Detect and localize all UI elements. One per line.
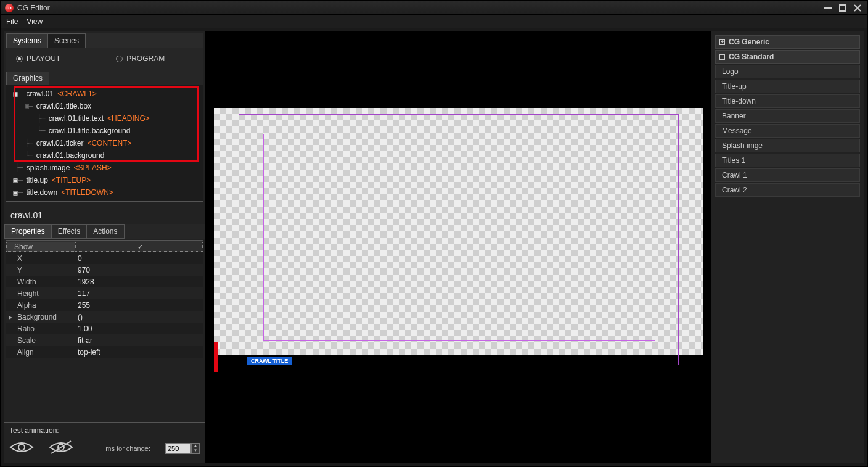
minimize-button[interactable]: [822, 4, 833, 12]
check-icon: [137, 242, 144, 249]
tree-item-ticker[interactable]: ├─ crawl.01.ticker <CONTENT>: [6, 137, 203, 149]
prop-scale-value[interactable]: fit-ar: [75, 336, 203, 345]
prop-show-value[interactable]: [75, 242, 203, 252]
title-bar: cx CG Editor: [1, 1, 867, 15]
prop-y-value[interactable]: 970: [75, 266, 203, 275]
preset-title-up[interactable]: Title-up: [715, 80, 860, 93]
prop-x-key: X: [6, 254, 75, 263]
eye-show-icon[interactable]: [9, 440, 34, 457]
tab-scenes[interactable]: Scenes: [47, 33, 86, 48]
tree-item-titlebg[interactable]: └─ crawl.01.title.background: [6, 125, 203, 137]
tree-item-splash[interactable]: ├─ splash.image <SPLASH>: [6, 162, 203, 174]
ms-spinner[interactable]: ▲▼: [191, 443, 200, 454]
tab-actions[interactable]: Actions: [86, 224, 124, 239]
prop-y-key: Y: [6, 266, 75, 275]
menu-view[interactable]: View: [27, 17, 43, 26]
selection-handle[interactable]: [214, 342, 218, 372]
graphics-tree: ▣ — crawl.01 <CRAWL1> ▣— crawl.01.title.…: [6, 85, 203, 201]
prop-x-value[interactable]: 0: [75, 254, 203, 263]
close-button[interactable]: [852, 4, 863, 12]
prop-bg-value[interactable]: (): [75, 313, 203, 321]
preset-logo[interactable]: Logo: [715, 65, 860, 78]
preset-banner[interactable]: Banner: [715, 109, 860, 123]
prop-align-key: Align: [6, 348, 75, 357]
chevron-right-icon[interactable]: ▸: [6, 313, 15, 321]
tab-graphics[interactable]: Graphics: [6, 72, 49, 85]
preset-splash[interactable]: Splash imge: [715, 139, 860, 152]
canvas-area[interactable]: CRAWL TITLE: [205, 31, 711, 463]
group-cg-generic[interactable]: CG Generic: [715, 35, 860, 49]
test-animation-panel: Test animation: ms for change: ▲▼: [4, 422, 205, 463]
ms-input[interactable]: [165, 443, 191, 454]
prop-align-value[interactable]: top-left: [75, 348, 203, 357]
plus-icon: [719, 39, 725, 45]
prop-ratio-value[interactable]: 1.00: [75, 324, 203, 333]
preset-title-down[interactable]: Title-down: [715, 94, 860, 108]
expand-icon[interactable]: ▣: [12, 176, 18, 184]
left-panel: Systems Scenes PLAYOUT PROGRAM Graphics …: [4, 31, 205, 463]
preset-titles1[interactable]: Titles 1: [715, 154, 860, 167]
safe-area-inner: [263, 134, 655, 341]
radio-playout-label: PLAYOUT: [27, 54, 60, 63]
svg-rect-1: [840, 5, 846, 11]
menu-bar: File View: [1, 15, 867, 28]
prop-show-key: Show: [6, 242, 75, 252]
tree-item-crawl01[interactable]: ▣ — crawl.01 <CRAWL1>: [6, 88, 203, 100]
radio-program[interactable]: PROGRAM: [116, 54, 165, 63]
test-animation-title: Test animation:: [9, 426, 200, 435]
svg-point-4: [18, 444, 25, 450]
tree-item-titlebox[interactable]: ▣— crawl.01.title.box: [6, 100, 203, 112]
tab-effects[interactable]: Effects: [51, 224, 87, 239]
ms-label: ms for change:: [105, 445, 150, 452]
prop-width-key: Width: [6, 278, 75, 286]
radio-playout[interactable]: PLAYOUT: [16, 54, 60, 63]
expand-icon[interactable]: ▣: [12, 188, 18, 197]
prop-scale-key: Scale: [6, 336, 75, 345]
tab-systems[interactable]: Systems: [6, 33, 48, 48]
prop-height-value[interactable]: 117: [75, 289, 203, 298]
tree-item-titletext[interactable]: ├─ crawl.01.title.text <HEADING>: [6, 112, 203, 125]
eye-hide-icon[interactable]: [49, 440, 73, 457]
window-title: CG Editor: [17, 4, 50, 12]
chevron-up-icon[interactable]: ▲: [192, 444, 199, 448]
properties-table: Show X0 Y970 Width1928 Height117 Alpha25…: [6, 240, 203, 395]
tree-item-titledown[interactable]: ▣ — title.down <TITLEDOWN>: [6, 186, 203, 199]
app-icon: cx: [5, 4, 14, 12]
svg-rect-0: [824, 7, 832, 9]
prop-bg-key: Background: [15, 313, 75, 321]
minus-icon: [719, 54, 725, 60]
maximize-button[interactable]: [837, 4, 848, 12]
prop-height-key: Height: [6, 289, 75, 298]
prop-alpha-value[interactable]: 255: [75, 301, 203, 310]
selected-node-label: crawl.01: [4, 203, 205, 224]
chevron-down-icon[interactable]: ▼: [192, 448, 199, 453]
expand-icon[interactable]: ▣: [12, 89, 18, 98]
prop-width-value[interactable]: 1928: [75, 278, 203, 286]
tree-item-crawlbg[interactable]: └─ crawl.01.background: [6, 149, 203, 162]
preset-crawl2[interactable]: Crawl 2: [715, 183, 860, 197]
right-panel: CG Generic CG Standard Logo Title-up Tit…: [711, 31, 864, 463]
prop-alpha-key: Alpha: [6, 301, 75, 310]
tab-properties[interactable]: Properties: [4, 224, 52, 239]
preset-crawl1[interactable]: Crawl 1: [715, 168, 860, 182]
preset-message[interactable]: Message: [715, 124, 860, 138]
radio-program-label: PROGRAM: [126, 54, 165, 63]
tree-item-titleup[interactable]: ▣ — title.up <TITLEUP>: [6, 174, 203, 186]
menu-file[interactable]: File: [6, 17, 18, 26]
prop-ratio-key: Ratio: [6, 324, 75, 333]
group-cg-standard[interactable]: CG Standard: [715, 50, 860, 64]
crawl-title-label: CRAWL TITLE: [247, 357, 292, 365]
